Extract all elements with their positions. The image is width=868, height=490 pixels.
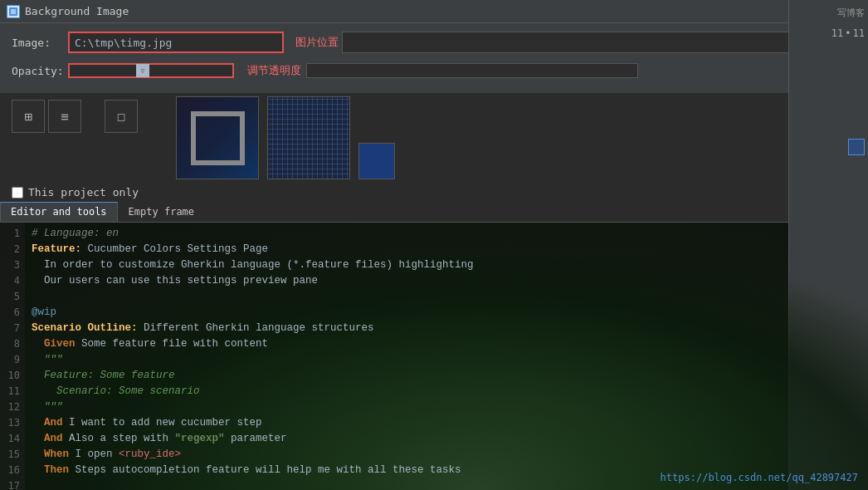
code-line-6: @wip — [32, 305, 474, 321]
right-panel-label-1: 写博客 — [837, 7, 865, 19]
project-only-checkbox[interactable] — [12, 187, 23, 198]
preview-blue-box — [358, 143, 395, 179]
code-lines: # Language: en Feature: Cucumber Colors … — [25, 223, 474, 490]
code-line-10: Feature: Some feature — [32, 368, 474, 384]
right-panel-sep-1: • — [845, 27, 851, 39]
tab-empty-frame[interactable]: Empty frame — [118, 202, 205, 222]
form-area: Image: 图片位置 ▼ ... Opacity: — [0, 23, 868, 93]
opacity-slider-track[interactable] — [68, 63, 234, 78]
right-panel-num-2: 11 — [853, 27, 865, 39]
opacity-row: Opacity: 调节透明度 ▲ ▼ — [12, 60, 856, 81]
preview-inner-rect — [191, 111, 245, 165]
tab-editor-tools[interactable]: Editor and tools — [0, 202, 118, 222]
image-dropdown-field[interactable] — [342, 32, 801, 53]
code-line-16: Then Steps autocompletion feature will h… — [32, 463, 474, 478]
code-line-7: Scenario Outline: Different Gherkin lang… — [32, 321, 474, 336]
code-line-13: And I want to add new cucumber step — [32, 415, 474, 431]
opacity-slider-wrapper: 调节透明度 — [68, 63, 797, 78]
tab-empty-frame-label: Empty frame — [129, 206, 194, 218]
opacity-note: 调节透明度 — [247, 63, 301, 78]
code-line-11: Scenario: Some scenario — [32, 384, 474, 399]
watermark-url: https://blog.csdn.net/qq_42897427 — [661, 472, 858, 483]
project-only-label: This project only — [28, 186, 139, 198]
opacity-slider-thumb[interactable] — [136, 64, 149, 77]
tabs-row: Editor and tools Empty frame — [0, 202, 868, 223]
right-panel-color-box[interactable] — [848, 139, 865, 155]
preview-area: ⊞ ≡ □ — [0, 93, 868, 183]
image-path-note: 图片位置 — [295, 35, 339, 50]
opacity-full-track[interactable] — [306, 63, 638, 78]
code-line-5 — [32, 289, 474, 305]
right-panel-num-1: 11 — [831, 27, 843, 39]
title-bar: Background Image ✕ — [0, 0, 868, 23]
code-line-14: And Also a step with "regexp" parameter — [32, 431, 474, 447]
image-row: Image: 图片位置 ▼ ... — [12, 32, 856, 53]
code-line-15: When I open <ruby_ide> — [32, 447, 474, 463]
code-line-8: Given Some feature file with content — [32, 336, 474, 352]
code-line-2: Feature: Cucumber Colors Settings Page — [32, 242, 474, 257]
tab-editor-tools-label: Editor and tools — [11, 206, 107, 218]
image-label: Image: — [12, 37, 61, 49]
opacity-label: Opacity: — [12, 65, 61, 77]
code-line-12: """ — [32, 399, 474, 415]
code-content: 12345 678910 1112131415 16171819 # Langu… — [0, 223, 868, 490]
code-line-3: In order to customize Gherkin language (… — [32, 257, 474, 273]
watermark: https://blog.csdn.net/qq_42897427 — [661, 472, 858, 483]
align-icon-2[interactable]: ≡ — [48, 100, 81, 133]
preview-main-image — [176, 96, 259, 179]
code-line-17 — [32, 478, 474, 490]
align-icon-3[interactable]: □ — [105, 100, 138, 133]
code-line-4: Our users can use this settings preview … — [32, 273, 474, 289]
code-editor: 12345 678910 1112131415 16171819 # Langu… — [0, 223, 868, 490]
checkbox-row: This project only — [0, 183, 868, 202]
image-input-wrapper: 图片位置 ▼ ... — [68, 32, 856, 53]
app-icon — [7, 5, 20, 18]
line-numbers: 12345 678910 1112131415 16171819 — [0, 223, 25, 490]
align-icon-1[interactable]: ⊞ — [12, 100, 45, 133]
code-line-1: # Language: en — [32, 226, 474, 242]
svg-rect-2 — [11, 9, 16, 14]
code-line-9: """ — [32, 352, 474, 368]
preview-pattern — [267, 96, 350, 179]
image-path-input[interactable] — [68, 32, 284, 53]
title-text: Background Image — [25, 5, 129, 17]
